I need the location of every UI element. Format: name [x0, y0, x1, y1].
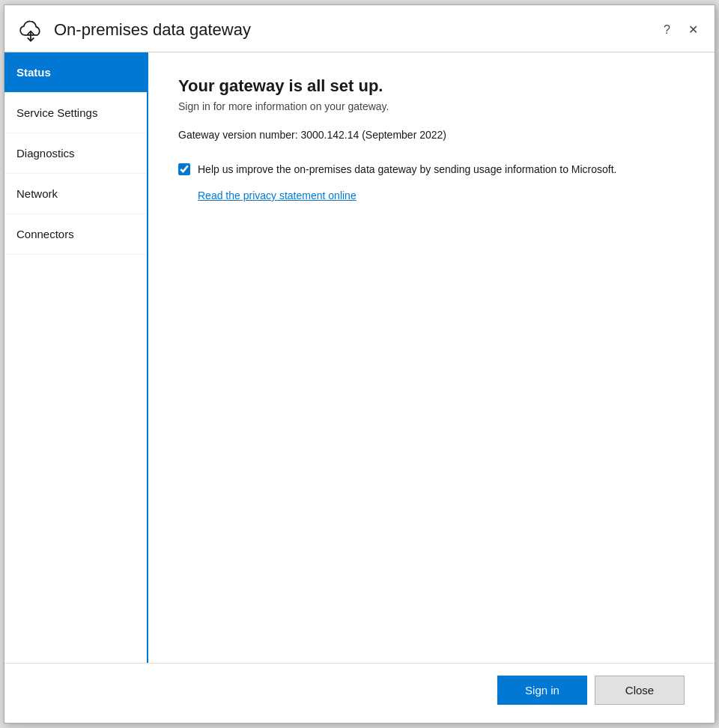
window-close-button[interactable]: ✕	[684, 21, 703, 39]
usage-checkbox-label: Help us improve the on-premises data gat…	[198, 162, 617, 178]
privacy-link[interactable]: Read the privacy statement online	[198, 189, 685, 201]
sidebar-item-service-settings[interactable]: Service Settings	[4, 93, 147, 133]
sidebar: Status Service Settings Diagnostics Netw…	[4, 52, 148, 663]
help-button[interactable]: ?	[659, 21, 675, 39]
sidebar-item-connectors[interactable]: Connectors	[4, 214, 147, 255]
main-heading: Your gateway is all set up.	[178, 76, 685, 96]
sidebar-item-status[interactable]: Status	[4, 52, 147, 93]
signin-button[interactable]: Sign in	[497, 676, 587, 705]
usage-checkbox-row: Help us improve the on-premises data gat…	[178, 162, 685, 178]
app-title: On-premises data gateway	[54, 20, 659, 40]
sidebar-item-diagnostics[interactable]: Diagnostics	[4, 133, 147, 174]
footer: Sign in Close	[4, 663, 715, 723]
version-text: Gateway version number: 3000.142.14 (Sep…	[178, 129, 685, 141]
window-actions: ? ✕	[659, 21, 703, 39]
content-area: Status Service Settings Diagnostics Netw…	[4, 52, 715, 663]
main-content: Your gateway is all set up. Sign in for …	[148, 52, 715, 663]
sidebar-item-network[interactable]: Network	[4, 174, 147, 214]
app-window: On-premises data gateway ? ✕ Status Serv…	[4, 4, 715, 724]
close-button[interactable]: Close	[595, 676, 685, 705]
cloud-icon	[16, 16, 45, 44]
usage-checkbox[interactable]	[178, 163, 190, 175]
title-bar: On-premises data gateway ? ✕	[4, 5, 715, 52]
main-subtitle: Sign in for more information on your gat…	[178, 100, 685, 112]
